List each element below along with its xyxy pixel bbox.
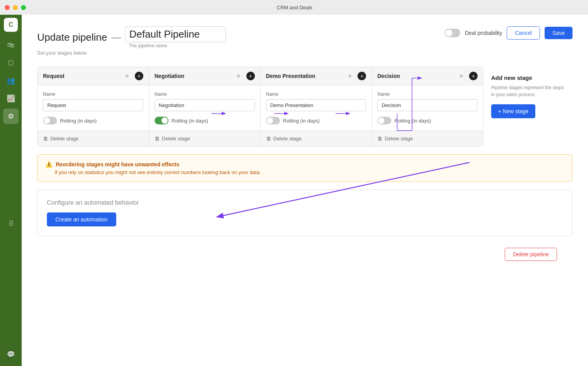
new-stage-button[interactable]: + New stage <box>491 104 535 118</box>
add-stage-panel: Add new stage Pipeline stages represent … <box>483 67 573 147</box>
stage-negotiation-icons: ≡ + <box>237 72 254 80</box>
negotiation-rotting-label: Rotting (in days) <box>172 118 208 124</box>
warning-icon: ⚠️ <box>45 161 53 168</box>
trash-icon-negotiation: 🗑 <box>155 136 160 142</box>
trash-icon-request: 🗑 <box>43 136 48 142</box>
request-name-label: Name <box>43 92 143 97</box>
request-rotting-row: Rotting (in days) <box>43 117 143 124</box>
delete-negotiation-btn[interactable]: 🗑 Delete stage <box>149 131 260 146</box>
automation-title: Configure an automated behavior <box>47 199 563 206</box>
stage-decision: Decision ≡ + Name Rotting <box>372 67 483 146</box>
warning-title: ⚠️ Reordering stages might have unwanted… <box>45 161 564 168</box>
stages-section: Request ≡ + Name Rotting <box>37 67 573 147</box>
delete-decision-btn[interactable]: 🗑 Delete stage <box>372 131 483 146</box>
decision-name-label: Name <box>377 92 478 97</box>
page-header: Update pipeline — The pipeline name Set … <box>37 26 573 56</box>
stage-demo-header: Demo Presentation ≡ + <box>261 67 372 85</box>
add-after-demo[interactable]: + <box>358 72 366 80</box>
stage-request-title: Request <box>43 73 64 79</box>
header-left: Update pipeline — The pipeline name Set … <box>37 26 226 56</box>
delete-request-label: Delete stage <box>50 136 79 142</box>
decision-rotting-toggle[interactable] <box>377 117 391 124</box>
automation-section-wrap: Configure an automated behavior Create a… <box>37 190 573 236</box>
titlebar: CRM and Deals <box>0 0 588 15</box>
deal-probability-toggle[interactable] <box>445 29 460 37</box>
sidebar-item-chart[interactable]: 📈 <box>3 91 19 106</box>
stage-decision-title: Decision <box>377 73 400 79</box>
stage-negotiation-header: Negotiation ≡ + <box>149 67 260 85</box>
sidebar-item-users[interactable]: 👥 <box>3 73 19 88</box>
negotiation-rotting-row: Rotting (in days) <box>155 117 255 124</box>
request-rotting-label: Rotting (in days) <box>60 118 97 124</box>
trash-icon-demo: 🗑 <box>266 136 271 142</box>
stage-demo-icons: ≡ + <box>348 72 366 80</box>
pipeline-name-hint: The pipeline name <box>125 43 226 48</box>
stage-negotiation: Negotiation ≡ + Name Rott <box>149 67 261 146</box>
add-after-decision[interactable]: + <box>469 72 478 80</box>
warning-box: ⚠️ Reordering stages might have unwanted… <box>37 154 573 182</box>
stage-demo-title: Demo Presentation <box>266 73 316 79</box>
page-subtitle: Set your stages below <box>37 50 226 56</box>
pipeline-name-input[interactable] <box>125 26 226 42</box>
header-right: Deal probability Cancel Save <box>445 26 573 40</box>
sidebar-item-settings[interactable]: ⚙ <box>3 109 19 124</box>
add-after-request[interactable]: + <box>135 72 143 80</box>
decision-name-input[interactable] <box>377 99 478 111</box>
automation-box: Configure an automated behavior Create a… <box>37 190 573 236</box>
stage-request-body: Name Rotting (in days) <box>38 85 149 131</box>
sidebar-item-cube[interactable]: ⬡ <box>3 55 19 71</box>
add-stage-title: Add new stage <box>491 74 565 81</box>
stages-container: Request ≡ + Name Rotting <box>37 67 483 147</box>
title-divider: — <box>111 31 121 43</box>
save-button[interactable]: Save <box>545 27 573 39</box>
stage-negotiation-body: Name Rotting (in days) <box>149 85 260 131</box>
sidebar-item-chat[interactable]: 💬 <box>3 347 19 362</box>
delete-pipeline-button[interactable]: Delete pipeline <box>505 248 557 261</box>
delete-pipeline-wrap: Delete pipeline <box>37 248 573 261</box>
request-rotting-toggle[interactable] <box>43 117 57 124</box>
delete-decision-label: Delete stage <box>385 136 413 142</box>
stage-request-icons: ≡ + <box>126 72 143 80</box>
create-automation-button[interactable]: Create an automation <box>47 212 116 226</box>
drag-icon-negotiation[interactable]: ≡ <box>237 73 240 79</box>
stage-decision-body: Name Rotting (in days) <box>372 85 483 131</box>
demo-name-label: Name <box>266 92 366 97</box>
decision-rotting-label: Rotting (in days) <box>394 118 431 124</box>
trash-icon-decision: 🗑 <box>377 136 382 142</box>
toggle-knob <box>445 29 452 36</box>
stage-request: Request ≡ + Name Rotting <box>38 67 149 146</box>
stage-demo: Demo Presentation ≡ + Name <box>261 67 372 146</box>
drag-icon-request[interactable]: ≡ <box>126 73 129 79</box>
delete-demo-btn[interactable]: 🗑 Delete stage <box>261 131 372 146</box>
drag-icon-decision[interactable]: ≡ <box>460 73 463 79</box>
demo-rotting-row: Rotting (in days) <box>266 117 366 124</box>
cancel-button[interactable]: Cancel <box>507 26 540 40</box>
stage-decision-icons: ≡ + <box>460 72 478 80</box>
stage-demo-body: Name Rotting (in days) <box>261 85 372 131</box>
sidebar-item-grid[interactable]: ⠿ <box>3 216 19 231</box>
negotiation-rotting-toggle[interactable] <box>155 117 168 124</box>
main-content: Update pipeline — The pipeline name Set … <box>22 15 588 366</box>
negotiation-name-label: Name <box>155 92 255 97</box>
negotiation-name-input[interactable] <box>155 99 255 111</box>
stage-decision-header: Decision ≡ + <box>372 67 483 85</box>
demo-name-input[interactable] <box>266 99 366 111</box>
titlebar-title: CRM and Deals <box>6 5 583 10</box>
sidebar-item-deals[interactable]: 🛍 <box>3 37 19 53</box>
request-name-input[interactable] <box>43 99 143 111</box>
decision-rotting-row: Rotting (in days) <box>377 117 478 124</box>
delete-demo-label: Delete stage <box>273 136 302 142</box>
delete-negotiation-label: Delete stage <box>162 136 190 142</box>
pipeline-name-wrap: The pipeline name <box>125 26 226 48</box>
add-after-negotiation[interactable]: + <box>246 72 255 80</box>
demo-rotting-label: Rotting (in days) <box>283 118 320 124</box>
deal-probability-label: Deal probability <box>465 30 502 36</box>
brand-icon[interactable]: C <box>4 18 18 32</box>
warning-desc: If you rely on statistics you might not … <box>45 169 564 175</box>
page-title-static: Update pipeline <box>37 31 107 43</box>
delete-request-btn[interactable]: 🗑 Delete stage <box>38 131 149 146</box>
sidebar: C 🛍 ⬡ 👥 📈 ⚙ ⠿ 💬 <box>0 15 22 366</box>
demo-rotting-toggle[interactable] <box>266 117 280 124</box>
drag-icon-demo[interactable]: ≡ <box>348 73 351 79</box>
add-stage-desc: Pipeline stages represent the steps in y… <box>491 84 565 98</box>
